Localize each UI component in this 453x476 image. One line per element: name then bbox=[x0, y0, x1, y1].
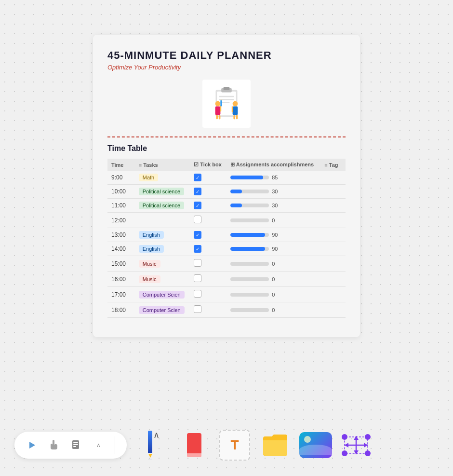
progress-cell: 30 bbox=[226, 185, 320, 199]
hand-tool[interactable] bbox=[46, 437, 62, 453]
svg-rect-23 bbox=[73, 446, 76, 447]
svg-marker-19 bbox=[29, 442, 35, 449]
table-row: 10:00 Political science ✓ 30 bbox=[107, 185, 346, 199]
svg-point-7 bbox=[215, 101, 221, 107]
table-row: 18:00 Computer Scien 0 bbox=[107, 302, 346, 318]
progress-cell: 0 bbox=[226, 213, 320, 228]
tick-cell[interactable]: ✓ bbox=[190, 199, 226, 213]
pencil-tool[interactable]: ∧ bbox=[136, 428, 171, 462]
task-tag: English bbox=[139, 231, 164, 239]
table-row: 15:00 Music 0 bbox=[107, 256, 346, 272]
task-tag: English bbox=[139, 245, 164, 253]
text-tool[interactable]: T bbox=[217, 428, 252, 462]
tag-cell bbox=[320, 213, 346, 228]
task-cell: English bbox=[135, 228, 190, 242]
progress-bar-bg bbox=[230, 308, 269, 312]
svg-rect-11 bbox=[220, 106, 222, 112]
header-tasks: ≡ Tasks bbox=[135, 159, 190, 171]
progress-cell: 90 bbox=[226, 228, 320, 242]
progress-cell: 0 bbox=[226, 272, 320, 287]
svg-marker-29 bbox=[354, 450, 359, 454]
task-tag: Computer Scien bbox=[139, 291, 185, 299]
page-tool[interactable] bbox=[68, 437, 84, 453]
progress-bar-fill bbox=[230, 233, 265, 237]
time-cell: 12:00 bbox=[107, 213, 135, 228]
tick-cell[interactable] bbox=[190, 256, 226, 272]
tag-cell bbox=[320, 272, 346, 287]
play-button[interactable] bbox=[24, 437, 40, 453]
task-cell: Music bbox=[135, 256, 190, 272]
folder-tool[interactable] bbox=[258, 428, 293, 462]
header-assignments: ⊞ Assignments accomplishmens bbox=[226, 159, 320, 171]
checkbox-empty[interactable] bbox=[194, 290, 201, 298]
progress-bar-bg bbox=[230, 218, 269, 222]
text-tool-icon[interactable]: T bbox=[219, 430, 250, 461]
progress-bar-bg bbox=[230, 233, 269, 237]
progress-bar-bg bbox=[230, 293, 269, 297]
tick-cell[interactable] bbox=[190, 213, 226, 228]
progress-value: 30 bbox=[272, 203, 281, 208]
tag-cell bbox=[320, 199, 346, 213]
svg-rect-8 bbox=[215, 106, 221, 115]
planner-card: 45-MINMUTE DAILY PLANNER Optimize Your P… bbox=[93, 35, 360, 337]
time-cell: 10:00 bbox=[107, 185, 135, 199]
progress-bar-bg bbox=[230, 176, 269, 179]
checkbox-empty[interactable] bbox=[194, 274, 201, 282]
tick-cell[interactable]: ✓ bbox=[190, 185, 226, 199]
progress-value: 0 bbox=[272, 261, 281, 267]
tick-cell[interactable]: ✓ bbox=[190, 242, 226, 256]
progress-value: 30 bbox=[272, 189, 281, 194]
svg-marker-26 bbox=[364, 443, 368, 448]
progress-value: 90 bbox=[272, 246, 281, 252]
tick-cell[interactable] bbox=[190, 272, 226, 287]
task-cell: English bbox=[135, 242, 190, 256]
progress-bar-bg bbox=[230, 204, 269, 207]
checkbox-empty[interactable] bbox=[194, 216, 201, 223]
table-row: 11:00 Political science ✓ 30 bbox=[107, 199, 346, 213]
tick-cell[interactable]: ✓ bbox=[190, 228, 226, 242]
task-tag: Math bbox=[139, 174, 158, 181]
time-cell: 18:00 bbox=[107, 302, 135, 318]
progress-cell: 90 bbox=[226, 242, 320, 256]
progress-cell: 0 bbox=[226, 256, 320, 272]
task-tag: Political science bbox=[139, 188, 184, 195]
table-row: 17:00 Computer Scien 0 bbox=[107, 287, 346, 302]
checkbox-checked[interactable]: ✓ bbox=[194, 245, 201, 253]
task-tag: Political science bbox=[139, 202, 184, 209]
tick-cell[interactable] bbox=[190, 302, 226, 318]
image-tool[interactable] bbox=[298, 428, 333, 462]
progress-bar-fill bbox=[230, 176, 263, 179]
progress-cell: 0 bbox=[226, 302, 320, 318]
svg-rect-4 bbox=[219, 96, 234, 97]
task-cell: Political science bbox=[135, 185, 190, 199]
progress-cell: 85 bbox=[226, 171, 320, 185]
eraser-tool[interactable] bbox=[177, 428, 212, 462]
tag-cell bbox=[320, 256, 346, 272]
table-row: 13:00 English ✓ 90 bbox=[107, 228, 346, 242]
checkbox-checked[interactable]: ✓ bbox=[194, 174, 201, 181]
progress-cell: 30 bbox=[226, 199, 320, 213]
tick-cell[interactable] bbox=[190, 287, 226, 302]
tag-cell bbox=[320, 171, 346, 185]
checkbox-empty[interactable] bbox=[194, 305, 201, 313]
tag-cell bbox=[320, 185, 346, 199]
progress-value: 0 bbox=[272, 276, 281, 282]
task-cell: Computer Scien bbox=[135, 302, 190, 318]
task-cell: Music bbox=[135, 272, 190, 287]
progress-value: 85 bbox=[272, 175, 281, 180]
svg-rect-21 bbox=[73, 442, 78, 443]
checkbox-empty[interactable] bbox=[194, 259, 201, 267]
checkbox-checked[interactable]: ✓ bbox=[194, 188, 201, 195]
svg-rect-18 bbox=[232, 106, 233, 112]
resize-tool[interactable] bbox=[339, 428, 373, 462]
svg-marker-25 bbox=[345, 443, 348, 448]
section-title: Time Table bbox=[107, 144, 346, 153]
checkbox-checked[interactable]: ✓ bbox=[194, 202, 201, 209]
planner-title: 45-MINMUTE DAILY PLANNER bbox=[107, 49, 346, 62]
time-cell: 11:00 bbox=[107, 199, 135, 213]
tick-cell[interactable]: ✓ bbox=[190, 171, 226, 185]
planner-subtitle: Optimize Your Productivity bbox=[107, 64, 346, 71]
progress-bar-bg bbox=[230, 190, 269, 193]
checkbox-checked[interactable]: ✓ bbox=[194, 231, 201, 239]
chevron-up-icon[interactable]: ∧ bbox=[91, 437, 106, 453]
